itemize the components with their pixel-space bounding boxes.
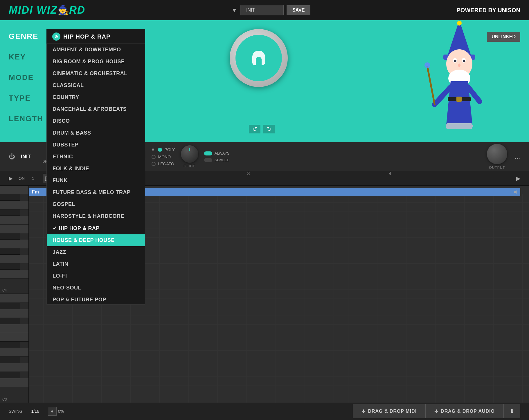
genre-option-drumbass[interactable]: DRUM & BASS <box>47 127 145 139</box>
genre-option-dubstep[interactable]: DUBSTEP <box>47 139 145 151</box>
genre-option-hiphop[interactable]: HIP HOP & RAP <box>47 222 145 234</box>
piano-key-black[interactable] <box>0 303 20 309</box>
scaled-toggle[interactable] <box>204 158 212 162</box>
piano-key[interactable] <box>0 294 28 303</box>
piano-key[interactable] <box>0 270 28 278</box>
unison-logo-icon <box>247 46 270 70</box>
genre-option-gospel[interactable]: GOSPEL <box>47 198 145 210</box>
logo-text-2: RD <box>69 4 85 16</box>
piano-key[interactable] <box>0 309 28 318</box>
drag-audio-label: DRAG & DROP AUDIO <box>441 409 495 414</box>
piano-key-black[interactable] <box>0 194 20 201</box>
genre-option-hardstyle[interactable]: HARDSTYLE & HARDCORE <box>47 210 145 222</box>
piano-key-black[interactable] <box>0 209 20 216</box>
genre-option-cinematic[interactable]: CINEMATIC & ORCHESTRAL <box>47 68 145 79</box>
piano-key-black[interactable] <box>0 248 20 255</box>
swing-label: SWING <box>9 409 22 414</box>
sidebar-item-genre[interactable]: GENRE <box>9 32 43 41</box>
glide-label: GLIDE <box>183 164 195 168</box>
piano-key[interactable] <box>0 216 28 225</box>
piano-key-black[interactable] <box>0 372 20 378</box>
piano-key-black[interactable] <box>0 342 20 348</box>
piano-key[interactable] <box>0 225 28 233</box>
genre-option-jazz[interactable]: JAZZ <box>47 246 145 258</box>
drag-drop-midi-button[interactable]: ✛ DRAG & DROP MIDI <box>353 404 426 418</box>
genre-option-bigroom[interactable]: BIG ROOM & PROG HOUSE <box>47 56 145 68</box>
redo-button[interactable]: ↻ <box>263 125 275 133</box>
svg-point-19 <box>460 123 473 129</box>
legato-radio[interactable] <box>152 162 156 166</box>
legato-row: LEGATO <box>152 162 175 166</box>
record-button[interactable]: ● <box>48 407 57 416</box>
genre-option-futurebass[interactable]: FUTURE BASS & MELO TRAP <box>47 187 145 198</box>
genre-option-disco[interactable]: DISCO <box>47 115 145 127</box>
lower-keys: C3 <box>0 294 28 403</box>
sidebar-item-type[interactable]: TYPE <box>9 94 43 103</box>
sidebar-item-key[interactable]: KEY <box>9 52 43 61</box>
piano-key[interactable] <box>0 240 28 248</box>
mono-label: MONO <box>158 155 171 159</box>
svg-line-14 <box>435 87 451 104</box>
genre-option-lofi[interactable]: LO-FI <box>47 270 145 282</box>
init-dropdown[interactable]: INIT <box>240 5 284 15</box>
drag-drop-audio-button[interactable]: ✛ DRAG & DROP AUDIO <box>426 404 504 418</box>
genre-option-classical[interactable]: CLASSICAL <box>47 79 145 91</box>
piano-key[interactable] <box>0 255 28 263</box>
piano-key[interactable] <box>0 363 28 372</box>
power-button[interactable]: ⏻ <box>9 153 15 160</box>
measure-markers: 3 4 <box>106 171 510 185</box>
play-button[interactable]: ▶ <box>9 175 13 182</box>
genre-option-country[interactable]: COUNTRY <box>47 91 145 103</box>
genre-option-neosoul[interactable]: NEO-SOUL <box>47 282 145 294</box>
genre-option-dancehall[interactable]: DANCEHALL & AFROBEATS <box>47 103 145 115</box>
mono-radio[interactable] <box>152 155 156 159</box>
undo-button[interactable]: ↺ <box>249 125 260 133</box>
genre-dropdown-button[interactable]: ⊙ HIP HOP & RAP <box>46 29 145 44</box>
poly-radio[interactable] <box>158 148 162 152</box>
unlinked-button[interactable]: UNLINKED <box>487 32 520 42</box>
genre-option-latin[interactable]: LATIN <box>47 258 145 270</box>
sidebar-item-length[interactable]: LENGTH <box>9 114 43 123</box>
genre-option-house[interactable]: HOUSE & DEEP HOUSE <box>47 234 145 246</box>
synth-init-label: INIT <box>21 154 31 160</box>
piano-key-black[interactable] <box>0 357 20 363</box>
piano-key[interactable] <box>0 324 28 333</box>
piano-key[interactable] <box>0 348 28 357</box>
download-button[interactable]: ⬇ <box>504 404 520 418</box>
scroll-right-icon[interactable]: ▶ <box>516 175 520 182</box>
genre-dropdown-menu[interactable]: AMBIENT & DOWNTEMPO BIG ROOM & PROG HOUS… <box>46 44 145 305</box>
svg-point-7 <box>454 60 456 62</box>
genre-option-ethnic[interactable]: ETHNIC <box>47 151 145 163</box>
output-knob-circle[interactable] <box>487 144 507 164</box>
piano-key[interactable] <box>0 378 28 387</box>
scaled-label: SCALED <box>215 158 230 162</box>
powered-by: POWERED BY UNISON <box>457 7 521 14</box>
genre-option-pop[interactable]: POP & FUTURE POP <box>47 294 145 305</box>
piano-key[interactable] <box>0 186 28 194</box>
swing-value[interactable]: 1/16 <box>31 409 39 414</box>
piano-key-black[interactable] <box>0 263 20 270</box>
piano-key[interactable] <box>0 333 28 342</box>
genre-option-ambient[interactable]: AMBIENT & DOWNTEMPO <box>47 44 145 56</box>
piano-key[interactable] <box>0 201 28 209</box>
svg-point-16 <box>424 62 430 68</box>
svg-rect-13 <box>456 97 462 102</box>
svg-point-8 <box>463 60 465 62</box>
save-button[interactable]: SAVE <box>287 5 310 15</box>
genre-option-funk[interactable]: FUNK <box>47 175 145 187</box>
always-toggle[interactable] <box>204 151 212 155</box>
glide-knob[interactable]: GLIDE <box>181 145 198 168</box>
glide-knob-circle[interactable] <box>181 145 198 163</box>
note-label: Fm <box>32 189 39 195</box>
svg-line-15 <box>427 67 435 104</box>
piano-key-black[interactable] <box>0 318 20 324</box>
more-options-icon[interactable]: … <box>514 153 520 160</box>
genre-option-folk[interactable]: FOLK & INDIE <box>47 163 145 175</box>
piano-key-black[interactable] <box>0 233 20 240</box>
dropdown-arrow-icon: ▼ <box>231 7 237 14</box>
sidebar-item-mode[interactable]: MODE <box>9 73 43 82</box>
output-knob[interactable]: OUTPUT <box>487 144 507 170</box>
svg-point-9 <box>458 64 460 67</box>
note-options-icon[interactable]: ⊲ <box>513 189 517 195</box>
unison-logo-circle <box>230 29 288 87</box>
